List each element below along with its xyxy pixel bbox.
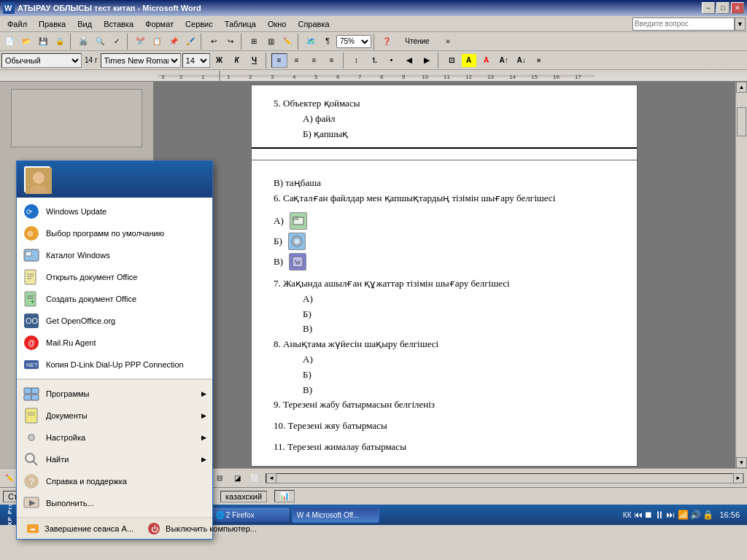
menu-edit[interactable]: Правка (33, 18, 71, 30)
table-button[interactable]: ⊞ (246, 34, 262, 50)
smi-mail-agent[interactable]: @ Mail.Ru Agent (17, 332, 212, 354)
svg-text:NET: NET (26, 362, 38, 368)
tray-icon-3[interactable]: ⏸ (654, 509, 665, 521)
size-select[interactable]: 14 (182, 53, 210, 68)
hscroll-right[interactable]: ► (733, 473, 743, 483)
vertical-scrollbar[interactable]: ▲ ▼ (735, 82, 747, 468)
font-select[interactable]: Times New Roman (101, 53, 181, 68)
shadow-btn[interactable]: ◪ (229, 470, 245, 486)
font-shrink[interactable]: A↓ (514, 53, 530, 68)
open-button[interactable]: 📂 (18, 34, 34, 50)
align-justify[interactable]: ≡ (324, 53, 340, 68)
search-button[interactable]: ▼ (735, 18, 746, 31)
smi-documents[interactable]: Документы ▶ (17, 405, 212, 427)
tray-icon-4[interactable]: ⏭ (666, 510, 675, 520)
line-11: 11. Терезені жималау батырмасы (274, 440, 615, 455)
close-button[interactable]: ✕ (731, 2, 744, 14)
permission-button[interactable]: 🔒 (52, 34, 68, 50)
format-painter[interactable]: 🖌️ (182, 34, 198, 50)
increase-indent[interactable]: ▶ (419, 53, 435, 68)
smi-open-office-doc[interactable]: Открыть документ Office (17, 266, 212, 288)
tray-speaker-icon[interactable]: 🔊 (690, 510, 701, 520)
spell-button[interactable]: ✓ (109, 34, 125, 50)
taskbar-word[interactable]: W 4 Microsoft Off... (292, 507, 379, 523)
redo-button[interactable]: ↪ (222, 34, 239, 50)
decrease-indent[interactable]: ◀ (401, 53, 417, 68)
smi-create-office-doc[interactable]: + Создать документ Office (17, 288, 212, 310)
show-hide[interactable]: ¶ (320, 34, 336, 50)
numbering[interactable]: ⒈ (366, 53, 382, 68)
font-color-button[interactable]: A (479, 53, 495, 68)
smi-run[interactable]: Выполнить... (17, 492, 212, 514)
menu-window[interactable]: Окно (262, 18, 293, 30)
shutdown-button[interactable]: ⏻ Выключить компьютер... (141, 520, 263, 537)
save-button[interactable]: 💾 (35, 34, 51, 50)
zoom-select[interactable]: 75% 100% (336, 35, 371, 48)
menu-file[interactable]: Файл (1, 18, 33, 30)
bullets[interactable]: • (384, 53, 400, 68)
svg-text:⚙: ⚙ (27, 230, 34, 238)
cut-button[interactable]: ✂️ (132, 34, 148, 50)
smi-default-programs[interactable]: ⚙ Выбор программ по умолчанию (17, 222, 212, 244)
align-right[interactable]: ≡ (306, 53, 322, 68)
minimize-button[interactable]: − (702, 2, 715, 14)
smi-windows-update[interactable]: ⟳ Windows Update (17, 201, 212, 222)
undo-button[interactable]: ↩ (206, 34, 222, 50)
tray-icon-1[interactable]: ⏮ (634, 510, 643, 520)
underline-button[interactable]: Ч (247, 53, 263, 68)
column-button[interactable]: ▥ (263, 34, 279, 50)
threeD-btn[interactable]: ⬜ (247, 470, 263, 486)
bold-button[interactable]: Ж (212, 53, 228, 68)
smi-help[interactable]: ? Справка и поддержка (17, 470, 212, 492)
smi-programs[interactable]: Программы ▶ (17, 383, 212, 405)
lang-button[interactable]: КК (623, 511, 632, 519)
svg-text:?: ? (29, 477, 34, 487)
style-select[interactable]: Обычный (1, 53, 82, 68)
highlight-button[interactable]: A (461, 53, 477, 68)
smi-windows-catalog[interactable]: Каталог Windows (17, 244, 212, 266)
smi-openoffice[interactable]: OO Get OpenOffice.org (17, 310, 212, 332)
print-button[interactable]: 🖨️ (75, 34, 91, 50)
menu-format[interactable]: Формат (139, 18, 179, 30)
scroll-thumb[interactable] (737, 107, 746, 136)
smi-search[interactable]: Найти ▶ (17, 448, 212, 470)
docmap-button[interactable]: 🗺️ (303, 34, 319, 50)
menu-tools[interactable]: Сервис (179, 18, 219, 30)
maximize-button[interactable]: □ (716, 2, 729, 14)
copy-button[interactable]: 📋 (149, 34, 165, 50)
tray-network-icon[interactable]: 📶 (678, 510, 689, 520)
border-button[interactable]: ⊡ (444, 53, 460, 68)
hscroll-left[interactable]: ◄ (266, 473, 276, 483)
svg-rect-40 (26, 252, 31, 256)
font-grow[interactable]: A↑ (496, 53, 512, 68)
italic-button[interactable]: К (229, 53, 245, 68)
help-button[interactable]: ❓ (379, 34, 395, 50)
align-center[interactable]: ≡ (289, 53, 305, 68)
smi-dlink[interactable]: NET Копия D-Link Dial-Up PPP Connection (17, 354, 212, 376)
search-input[interactable] (632, 18, 735, 31)
more-fmt[interactable]: » (531, 53, 547, 68)
horizontal-scrollbar[interactable]: ◄ ► (266, 473, 744, 483)
paste-button[interactable]: 📌 (166, 34, 182, 50)
preview-button[interactable]: 🔍 (92, 34, 108, 50)
menu-help[interactable]: Справка (292, 18, 335, 30)
new-button[interactable]: 📄 (1, 34, 18, 50)
more-button[interactable]: » (440, 34, 456, 50)
read-button[interactable]: Чтение (395, 34, 439, 50)
align-left[interactable]: ≡ (271, 53, 287, 68)
system-tray: КК ⏮ ⏹ ⏸ ⏭ 📶 🔊 🔒 16:56 (620, 509, 746, 521)
menu-insert[interactable]: Вставка (98, 18, 139, 30)
line-spacing[interactable]: ↕ (349, 53, 365, 68)
menu-table[interactable]: Таблица (219, 18, 262, 30)
align-draw-btn[interactable]: ⊟ (212, 470, 228, 486)
title-bar-buttons[interactable]: − □ ✕ (702, 2, 744, 14)
tray-security-icon[interactable]: 🔒 (703, 510, 713, 520)
tray-icon-2[interactable]: ⏹ (644, 510, 653, 520)
scroll-down-button[interactable]: ▼ (736, 457, 747, 468)
scroll-up-button[interactable]: ▲ (736, 82, 747, 93)
draw-button[interactable]: ✏️ (279, 34, 295, 50)
smi-settings[interactable]: Настройка ▶ (17, 427, 212, 448)
menu-view[interactable]: Вид (71, 18, 98, 30)
draw-btn[interactable]: ✏️ (1, 470, 18, 486)
logoff-button[interactable]: ➡ Завершение сеанса А... (20, 520, 139, 537)
